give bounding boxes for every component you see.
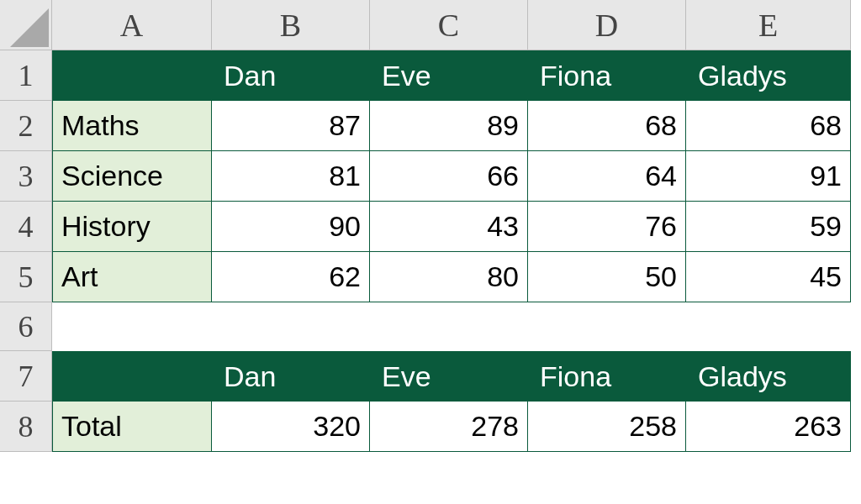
cell-D5[interactable]: 50 bbox=[528, 252, 686, 302]
cell-C2[interactable]: 89 bbox=[370, 101, 528, 151]
col-head-B[interactable]: B bbox=[212, 0, 370, 50]
cell-D8[interactable]: 258 bbox=[528, 402, 686, 452]
cell-A1[interactable] bbox=[52, 50, 212, 101]
cell-A6[interactable] bbox=[52, 302, 212, 351]
cell-D4[interactable]: 76 bbox=[528, 202, 686, 252]
cell-D3[interactable]: 64 bbox=[528, 151, 686, 202]
row-head-1[interactable]: 1 bbox=[0, 50, 52, 101]
cell-C5[interactable]: 80 bbox=[370, 252, 528, 302]
col-head-E[interactable]: E bbox=[686, 0, 851, 50]
row-head-2[interactable]: 2 bbox=[0, 101, 52, 151]
cell-B1[interactable]: Dan bbox=[212, 50, 370, 101]
cell-C7[interactable]: Eve bbox=[370, 351, 528, 402]
cell-C4[interactable]: 43 bbox=[370, 202, 528, 252]
col-head-C[interactable]: C bbox=[370, 0, 528, 50]
cell-C1[interactable]: Eve bbox=[370, 50, 528, 101]
cell-B4[interactable]: 90 bbox=[212, 202, 370, 252]
row-head-4[interactable]: 4 bbox=[0, 202, 52, 252]
row-head-3[interactable]: 3 bbox=[0, 151, 52, 202]
cell-E7[interactable]: Gladys bbox=[686, 351, 851, 402]
cell-A3[interactable]: Science bbox=[52, 151, 212, 202]
cell-B8[interactable]: 320 bbox=[212, 402, 370, 452]
cell-B3[interactable]: 81 bbox=[212, 151, 370, 202]
cell-B5[interactable]: 62 bbox=[212, 252, 370, 302]
cell-E4[interactable]: 59 bbox=[686, 202, 851, 252]
cell-A8[interactable]: Total bbox=[52, 402, 212, 452]
cell-B2[interactable]: 87 bbox=[212, 101, 370, 151]
cell-E8[interactable]: 263 bbox=[686, 402, 851, 452]
cell-A2[interactable]: Maths bbox=[52, 101, 212, 151]
cell-E1[interactable]: Gladys bbox=[686, 50, 851, 101]
cell-D7[interactable]: Fiona bbox=[528, 351, 686, 402]
row-head-6[interactable]: 6 bbox=[0, 302, 52, 351]
cell-C3[interactable]: 66 bbox=[370, 151, 528, 202]
cell-E5[interactable]: 45 bbox=[686, 252, 851, 302]
spreadsheet-grid: A B C D E 1 Dan Eve Fiona Gladys 2 Maths… bbox=[0, 0, 861, 452]
col-head-D[interactable]: D bbox=[528, 0, 686, 50]
cell-B7[interactable]: Dan bbox=[212, 351, 370, 402]
cell-C6[interactable] bbox=[370, 302, 528, 351]
cell-A7[interactable] bbox=[52, 351, 212, 402]
row-head-7[interactable]: 7 bbox=[0, 351, 52, 402]
cell-D1[interactable]: Fiona bbox=[528, 50, 686, 101]
cell-E2[interactable]: 68 bbox=[686, 101, 851, 151]
cell-B6[interactable] bbox=[212, 302, 370, 351]
cell-D6[interactable] bbox=[528, 302, 686, 351]
row-head-5[interactable]: 5 bbox=[0, 252, 52, 302]
cell-E6[interactable] bbox=[686, 302, 851, 351]
cell-E3[interactable]: 91 bbox=[686, 151, 851, 202]
cell-C8[interactable]: 278 bbox=[370, 402, 528, 452]
col-head-A[interactable]: A bbox=[52, 0, 212, 50]
cell-A5[interactable]: Art bbox=[52, 252, 212, 302]
row-head-8[interactable]: 8 bbox=[0, 402, 52, 452]
cell-A4[interactable]: History bbox=[52, 202, 212, 252]
cell-D2[interactable]: 68 bbox=[528, 101, 686, 151]
select-all-corner[interactable] bbox=[0, 0, 52, 50]
